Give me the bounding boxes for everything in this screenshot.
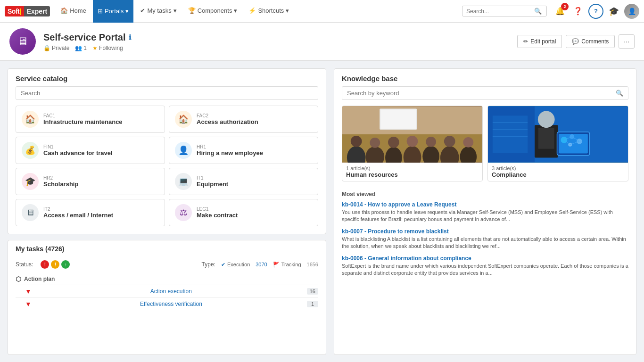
task-item: ▼ Effectiveness verification 1 [16,297,318,310]
kb-compliance-count: 3 article(s) [492,165,624,171]
comments-button[interactable]: 💬 Comments [566,35,615,48]
service-search-container[interactable] [16,86,318,100]
navbar-search[interactable]: 🔍 [462,6,547,16]
task-count: 16 [307,288,318,295]
catalog-item-hr2[interactable]: 🎓 HR2 Scholarship [16,168,165,195]
star-icon: ★ [92,45,98,51]
execution-count: 3070 [256,262,267,267]
portal-info-icon[interactable]: ℹ [129,33,131,41]
catalog-item-fin1[interactable]: 💰 FIN1 Cash advance for travel [16,137,165,164]
task-name[interactable]: Effectiveness verification [140,301,202,307]
help-button[interactable]: ❓ [570,4,586,19]
kb-search-container[interactable]: 🔍 [342,86,628,100]
catalog-item-it2[interactable]: 🖥 IT2 Access / email / Internet [16,199,165,226]
kb-article-title[interactable]: kb-0007 - Procedure to remove blacklist [342,228,628,235]
kb-article-desc: You use this process to handle leave req… [342,209,628,223]
catalog-item-code: FAC2 [197,113,258,118]
task-name[interactable]: Action execution [150,288,192,295]
portal-followers-count: 1 [83,45,87,51]
catalog-item-info: LEG1 Make contract [197,206,238,219]
portal-icon: 🖥 [9,28,36,55]
svg-point-9 [407,136,418,147]
catalog-item-name: Cash advance for travel [43,149,113,156]
svg-point-11 [426,137,436,147]
catalog-item-info: FIN1 Cash advance for travel [43,144,113,156]
left-panel: Service catalog 🏠 FAC1 Infrastructure ma… [8,68,326,355]
status-dot-yellow: ! [51,260,59,269]
nav-portals[interactable]: ⊞ Portals ▾ [93,0,133,23]
status-dot-red: ! [41,260,49,269]
shortcuts-chevron-icon: ▾ [286,7,289,14]
catalog-item-code: HR1 [197,144,263,149]
portal-info: Self-service Portal ℹ 🔒 Private 👥 1 ★ Fo… [43,32,510,51]
catalog-item-icon: 💻 [175,173,192,190]
kb-article-title[interactable]: kb-0006 - General information about comp… [342,255,628,262]
kb-article-desc: What is blacklisting A blacklist is a li… [342,236,628,250]
service-catalog-title: Service catalog [8,69,326,86]
nav-home[interactable]: 🏠 Home [56,0,91,23]
svg-point-13 [444,136,455,147]
portal-visibility: 🔒 Private [43,45,69,51]
execution-type: ✔ Execution [221,262,250,268]
catalog-item-hr1[interactable]: 👤 HR1 Hiring a new employee [169,137,318,164]
tracking-label: Tracking [281,262,301,267]
portals-icon: ⊞ [98,8,103,15]
kb-category-hr[interactable]: 1 article(s) Human resources [342,106,483,181]
tasks-title-text: My tasks (4726) [16,245,65,253]
type-label: Type: [202,261,215,268]
more-options-button[interactable]: ··· [619,34,635,49]
catalog-item-info: FAC2 Access authorization [197,113,258,125]
kb-hr-count: 1 article(s) [346,165,479,171]
svg-point-5 [370,138,380,148]
kb-article-title[interactable]: kb-0014 - How to approve a Leave Request [342,201,628,208]
kb-category-compliance[interactable]: 3 article(s) Compliance [487,106,628,181]
kb-compliance-info: 3 article(s) Compliance [488,163,628,181]
nav-tasks-label: My tasks [147,7,171,14]
hr-category-image [342,106,482,163]
brand-logo[interactable]: Soft|Expert [5,6,50,16]
catalog-item-leg1[interactable]: ⚖ LEG1 Make contract [169,199,318,226]
search-input[interactable] [466,8,532,15]
kb-search-input[interactable] [347,90,613,97]
portal-visibility-text: Private [52,45,69,51]
catalog-item-name: Hiring a new employee [197,149,263,156]
kb-article[interactable]: kb-0014 - How to approve a Leave Request… [342,201,628,223]
graduation-icon[interactable]: 🎓 [606,4,621,19]
my-tasks-card: My tasks (4726) Status: ! ! ↑ Type: ✔ Ex… [8,240,326,355]
catalog-item-fac2[interactable]: 🏠 FAC2 Access authorization [169,106,318,133]
kb-search-icon: 🔍 [616,90,623,97]
svg-rect-35 [493,115,528,153]
portal-following-label: Following [99,45,123,51]
nav-home-label: Home [70,7,86,14]
nav-components[interactable]: 🏆 Components ▾ [183,0,242,23]
search-icon: 🔍 [534,8,542,15]
user-avatar[interactable]: 👤 [624,4,639,19]
notification-badge: 2 [561,3,569,10]
catalog-item-icon: 🎓 [22,173,39,190]
catalog-item-fac1[interactable]: 🏠 FAC1 Infrastructure maintenance [16,106,165,133]
kb-article[interactable]: kb-0007 - Procedure to remove blacklist … [342,228,628,250]
catalog-item-it1[interactable]: 💻 IT1 Equipment [169,168,318,195]
portal-following[interactable]: ★ Following [92,45,123,51]
tasks-header: My tasks (4726) [8,240,326,257]
catalog-item-name: Access / email / Internet [43,212,113,219]
portal-monitor-icon: 🖥 [17,35,28,48]
notifications-button[interactable]: 🔔 2 [553,4,568,19]
catalog-item-code: IT1 [197,175,228,181]
nav-components-label: Components [198,7,232,14]
nav-shortcuts[interactable]: ⚡ Shortcuts ▾ [244,0,294,23]
service-search-input[interactable] [21,90,313,97]
catalog-item-name: Scholarship [43,181,78,188]
kb-article[interactable]: kb-0006 - General information about comp… [342,255,628,277]
edit-portal-button[interactable]: ✏ Edit portal [517,35,562,48]
nav-my-tasks[interactable]: ✔ My tasks ▾ [135,0,181,23]
main-content: Service catalog 🏠 FAC1 Infrastructure ma… [0,61,644,362]
kb-title: Knowledge base [334,69,636,86]
info-button[interactable]: ? [588,4,603,19]
catalog-item-name: Infrastructure maintenance [43,118,123,125]
navbar: Soft|Expert 🏠 Home ⊞ Portals ▾ ✔ My task… [0,0,644,23]
catalog-item-code: FIN1 [43,144,113,149]
kb-compliance-title: Compliance [492,171,624,178]
svg-point-15 [463,137,473,148]
catalog-item-code: HR2 [43,175,78,181]
